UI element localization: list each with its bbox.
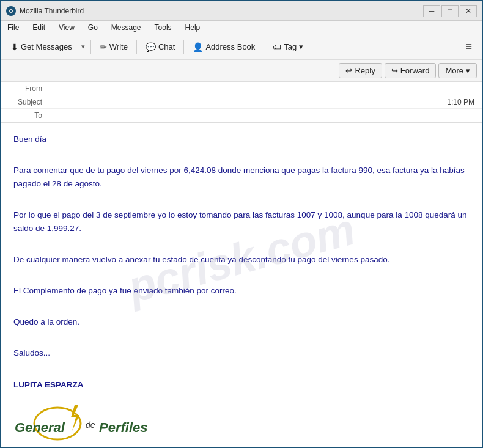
email-para1: Para comentar que de tu pago del viernes… (13, 164, 470, 190)
app-icon (6, 6, 16, 16)
chat-label: Chat (158, 42, 175, 51)
address-book-button[interactable]: 👤 Address Book (188, 39, 260, 55)
chat-icon: 💬 (146, 42, 156, 52)
from-label: From (9, 84, 42, 93)
hamburger-menu-button[interactable]: ≡ (460, 38, 477, 56)
from-row: From (1, 82, 482, 95)
tag-icon: 🏷 (273, 42, 281, 52)
svg-text:de: de (86, 420, 95, 430)
write-button[interactable]: ✏ Write (95, 39, 133, 55)
get-messages-icon: ⬇ (11, 42, 18, 52)
svg-text:General: General (15, 420, 65, 435)
maximize-button[interactable]: □ (441, 5, 459, 17)
forward-label: Forward (400, 66, 430, 75)
menu-message[interactable]: Message (109, 22, 144, 33)
get-messages-arrow[interactable]: ▾ (79, 40, 87, 54)
email-headers: From Subject 1:10 PM To (1, 82, 482, 123)
more-button[interactable]: More ▾ (438, 63, 477, 78)
window-controls: ─ □ ✕ (423, 5, 477, 17)
email-time: 1:10 PM (447, 98, 474, 106)
action-bar: ↩ Reply ↪ Forward More ▾ (1, 60, 482, 82)
toolbar-separator-2 (136, 40, 137, 54)
logo-area: General de Perfiles (1, 394, 482, 448)
write-label: Write (109, 42, 128, 51)
subject-label: Subject (9, 98, 42, 106)
toolbar-separator-4 (264, 40, 264, 54)
toolbar-separator-3 (183, 40, 184, 54)
subject-row: Subject 1:10 PM (1, 95, 482, 109)
title-bar: Mozilla Thunderbird ─ □ ✕ (1, 1, 482, 21)
email-para3: De cualquier manera vuelvo a anexar tu e… (13, 253, 470, 266)
write-icon: ✏ (100, 42, 107, 52)
address-book-label: Address Book (205, 42, 255, 51)
email-para2: Por lo que el pago del 3 de septiembre y… (13, 208, 470, 235)
reply-label: Reply (355, 66, 375, 75)
menu-edit[interactable]: Edit (30, 22, 48, 33)
forward-button[interactable]: ↪ Forward (385, 63, 437, 78)
tag-arrow-icon: ▾ (299, 42, 303, 51)
minimize-button[interactable]: ─ (423, 5, 440, 17)
menu-bar: File Edit View Go Message Tools Help (1, 21, 482, 34)
svg-text:Perfiles: Perfiles (99, 420, 148, 435)
get-messages-button[interactable]: ⬇ Get Messages (6, 39, 77, 55)
more-arrow-icon: ▾ (466, 66, 470, 75)
reply-button[interactable]: ↩ Reply (339, 63, 382, 78)
more-label: More (445, 66, 463, 75)
close-button[interactable]: ✕ (460, 5, 477, 17)
toolbar-separator-1 (90, 40, 91, 54)
to-row: To (1, 109, 482, 122)
to-label: To (9, 111, 42, 120)
menu-tools[interactable]: Tools (152, 22, 174, 33)
tag-button[interactable]: 🏷 Tag ▾ (268, 39, 308, 55)
email-salutation: Saludos... (13, 347, 470, 360)
email-para4: El Complemento de pago ya fue enviado ta… (13, 284, 470, 298)
tag-label: Tag (284, 42, 297, 51)
address-book-icon: 👤 (193, 42, 203, 52)
email-name: LUPITA ESPARZA (13, 378, 470, 392)
chat-button[interactable]: 💬 Chat (141, 39, 180, 55)
svg-point-2 (10, 10, 12, 12)
reply-icon: ↩ (345, 66, 352, 75)
menu-help[interactable]: Help (183, 22, 203, 33)
menu-view[interactable]: View (56, 22, 77, 33)
toolbar: ⬇ Get Messages ▾ ✏ Write 💬 Chat 👤 Addres… (1, 34, 482, 60)
get-messages-label: Get Messages (21, 42, 72, 51)
email-para5: Quedo a la orden. (13, 315, 470, 329)
menu-go[interactable]: Go (86, 22, 100, 33)
svg-marker-4 (71, 405, 79, 431)
menu-file[interactable]: File (5, 22, 21, 33)
company-logo: General de Perfiles (13, 400, 148, 443)
app-title: Mozilla Thunderbird (20, 7, 423, 15)
email-greeting: Buen día (13, 133, 470, 146)
email-body: pcrisk.com Buen día Para comentar que de… (1, 123, 482, 394)
forward-icon: ↪ (391, 66, 398, 75)
